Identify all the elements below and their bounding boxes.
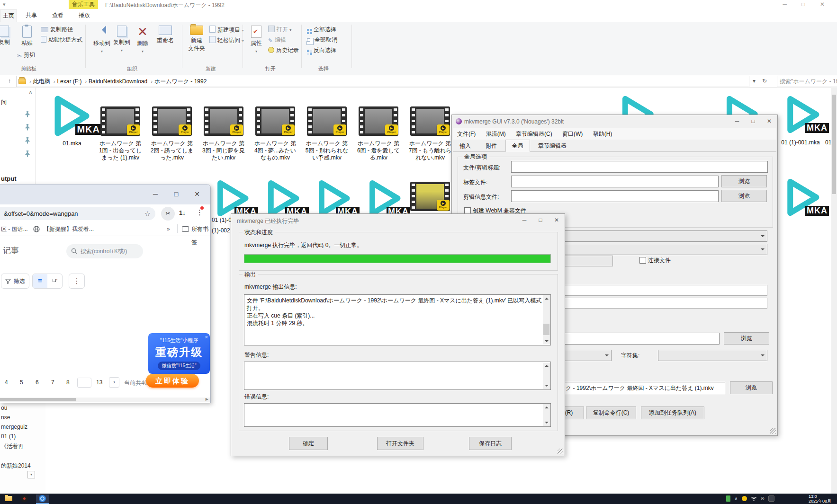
chapter-browse-button[interactable]: 浏览 [724,332,769,345]
horizontal-scrollbar[interactable]: ▶ [0,398,210,402]
url-bar[interactable]: &offset=0&mode=wangpan ☆ [0,207,155,220]
browser-window-controls[interactable]: ─ □ ✕ [145,187,207,201]
dialog-titlebar[interactable]: mkvmerge 已经执行完毕 ─□✕ [231,214,565,227]
scroll-right-icon[interactable]: ▶ [206,397,208,401]
breadcrumb-folder[interactable]: BaiduNetdiskDownload [87,76,149,87]
menu-help[interactable]: 帮助(H) [589,128,617,140]
tag-browse-button[interactable]: 浏览 [721,175,767,187]
page-number[interactable]: 6 [36,379,39,386]
scroll-up-icon[interactable] [543,404,550,411]
maximize-icon[interactable]: □ [745,115,761,128]
segment-info-input[interactable] [511,190,719,202]
cut-button[interactable]: ✂剪切 [17,51,35,59]
page-number[interactable]: 8 [66,379,70,386]
dialog-window-controls[interactable]: ─□✕ [516,214,565,227]
history-button[interactable]: 历史记录 [268,46,299,54]
error-scrollbar[interactable] [543,404,550,426]
minimize-icon[interactable]: ─ [516,214,532,227]
charset-combo[interactable] [658,350,767,361]
ok-button[interactable]: 确定 [289,437,328,450]
error-textarea[interactable] [244,403,551,427]
explorer-scrollbar-thumb[interactable] [832,95,836,194]
chevron-down-icon[interactable]: ▾ [27,471,35,478]
breadcrumb-drive[interactable]: Lexar (F:) [55,76,83,87]
music-tools-contextual-tab[interactable]: 音乐工具 [69,0,98,9]
close-icon[interactable]: ✕ [549,214,565,227]
segment-browse-button[interactable]: 浏览 [721,190,767,202]
page-number[interactable]: 4 [5,379,8,386]
explorer-window-controls[interactable]: ─ □ ✕ [783,1,831,8]
taskbar-player-icon[interactable] [21,495,29,503]
open-folder-button[interactable]: 打开文件夹 [377,437,423,450]
list-view-icon[interactable]: ≡ [33,274,47,288]
tab-attachments[interactable]: 附件 [479,140,504,152]
copy-cmdline-button[interactable]: 复制命令行(C) [586,407,636,419]
menu-file[interactable]: 文件(F) [453,128,480,140]
view-toggle[interactable]: ≡ ⁘ [32,274,63,289]
tab-global[interactable]: 全局 [505,140,530,152]
file-item[interactable]: ▶Player [359,106,398,136]
file-item[interactable]: ▶Player [152,106,192,136]
address-dropdown-icon[interactable]: ▾ [750,76,758,86]
tab-share[interactable]: 共享 [19,9,44,21]
file-item[interactable]: ▶Player [410,182,450,211]
hscroll-thumb[interactable] [0,398,76,401]
select-all-button[interactable]: 全部选择 [307,26,336,33]
select-none-button[interactable]: 全部取消 [307,36,337,44]
tab-view[interactable]: 查看 [45,9,70,21]
maximize-icon[interactable]: □ [166,187,187,201]
scroll-up-icon[interactable] [543,363,550,370]
filter-button[interactable]: 筛选 [1,274,29,289]
link-files-checkbox[interactable] [639,257,646,264]
browser-titlebar[interactable]: ─ □ ✕ [0,185,210,204]
resize-grip[interactable] [770,428,776,434]
up-button[interactable]: ↑ [5,76,14,86]
new-item-button[interactable]: 新建项目 ▾ [209,26,243,33]
scroll-down-icon[interactable] [543,419,550,426]
resize-grip[interactable] [558,449,563,454]
tab-home[interactable]: 主页 [0,9,17,22]
page-number[interactable]: 5 [20,379,23,386]
tab-chapter-editor[interactable]: 章节编辑器 [531,140,573,152]
tray-close-icon[interactable]: ⊗ [761,496,765,501]
scroll-down-icon[interactable] [543,337,550,345]
ad-cta-button[interactable]: 立即体验 [146,374,199,388]
open-button[interactable]: 打开 ▾ [268,26,291,33]
file-item[interactable]: ▶Player [100,106,140,136]
bookmark-item[interactable]: 区 - 国语... [1,222,28,236]
breadcrumb-current[interactable]: ホームワーク - 1992 [153,76,208,87]
file-item[interactable]: MKA [261,178,304,219]
quick-access-toolbar-icon[interactable]: ▾ [3,1,6,8]
menu-muxing[interactable]: 混流(M) [482,128,510,140]
scroll-down-icon[interactable] [543,382,550,389]
easy-access-button[interactable]: 轻松访问 ▾ [209,36,243,44]
tray-security-icon[interactable] [742,496,747,501]
file-item[interactable]: MKA [47,93,95,139]
search-input[interactable]: 搜索"ホームワーク - 19 [777,76,837,87]
file-item[interactable]: MKA [781,93,824,136]
edit-button[interactable]: ✎编辑 [268,36,286,44]
file-item[interactable]: ▶Player [255,106,295,136]
close-icon[interactable]: ✕ [761,115,777,128]
minimize-icon[interactable]: ─ [729,115,745,128]
all-bookmarks-button[interactable]: 所有书签 [191,222,210,249]
scroll-up-icon[interactable] [543,295,550,302]
minimize-icon[interactable]: ─ [145,187,166,201]
page-jump-input[interactable] [77,378,91,388]
tag-file-input[interactable] [511,176,719,187]
tray-app-icon[interactable] [726,495,730,502]
warning-textarea[interactable] [244,362,551,390]
save-log-button[interactable]: 保存日志 [469,437,512,450]
maximize-icon[interactable]: □ [532,214,549,227]
output-browse-button[interactable]: 浏览 [730,381,773,394]
copy-button[interactable]: 复制 [0,24,15,63]
rename-button[interactable]: 重命名 [153,24,178,63]
paste-shortcut-button[interactable]: 粘贴快捷方式 [41,36,82,44]
tab-play[interactable]: 播放 [72,9,97,21]
page-number[interactable]: 7 [51,379,54,386]
taskbar-explorer-icon[interactable] [5,495,13,503]
extension-scissors-icon[interactable]: ✂ [161,207,175,221]
taskbar-browser-icon[interactable] [36,495,49,504]
refresh-icon[interactable]: ↻ [760,76,769,86]
output-textarea[interactable]: 文件 'F:\BaiduNetdiskDownload\ホームワーク - 199… [244,294,551,345]
